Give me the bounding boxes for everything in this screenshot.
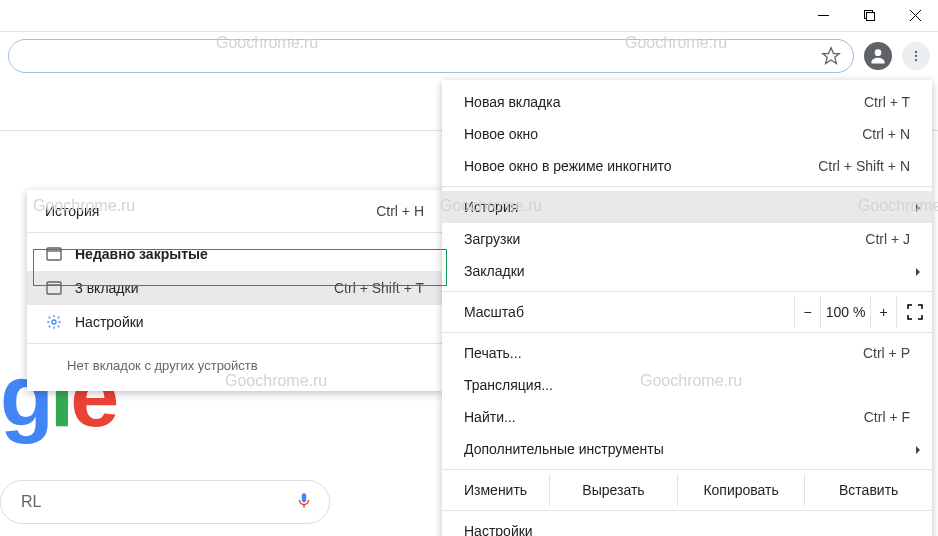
google-search-input[interactable]: RL: [0, 480, 330, 524]
menu-history[interactable]: История: [442, 191, 932, 223]
history-submenu: История Ctrl + H Недавно закрытые 3 вкла…: [27, 190, 442, 391]
edit-cut-button[interactable]: Вырезать: [549, 474, 677, 506]
svg-rect-15: [47, 248, 61, 260]
svg-rect-17: [47, 282, 61, 294]
svg-point-9: [915, 55, 917, 57]
menu-shortcut: Ctrl + N: [862, 126, 910, 142]
chrome-main-menu: Новая вкладка Ctrl + T Новое окно Ctrl +…: [442, 80, 932, 536]
menu-separator: [442, 291, 932, 292]
search-placeholder: RL: [21, 493, 41, 511]
menu-separator: [27, 232, 442, 233]
window-frame-icon: [45, 245, 63, 263]
chrome-menu-button[interactable]: [902, 42, 930, 70]
recently-closed-item[interactable]: 3 вкладки Ctrl + Shift + T: [27, 271, 442, 305]
menu-zoom-row: Масштаб − 100 % +: [442, 296, 932, 328]
svg-marker-6: [823, 48, 840, 64]
menu-label: История: [464, 199, 518, 215]
menu-find[interactable]: Найти... Ctrl + F: [442, 401, 932, 433]
address-bar[interactable]: [8, 39, 854, 73]
menu-shortcut: Ctrl + Shift + N: [818, 158, 910, 174]
menu-separator: [442, 510, 932, 511]
menu-shortcut: Ctrl + T: [864, 94, 910, 110]
chevron-right-icon: [914, 441, 922, 457]
menu-cast[interactable]: Трансляция...: [442, 369, 932, 401]
menu-separator: [27, 343, 442, 344]
chevron-right-icon: [914, 263, 922, 279]
menu-label: Изменить: [442, 482, 549, 498]
window-close-button[interactable]: [892, 0, 938, 32]
menu-more-tools[interactable]: Дополнительные инструменты: [442, 433, 932, 465]
menu-settings[interactable]: Настройки: [442, 515, 932, 536]
history-open-full[interactable]: История Ctrl + H: [27, 194, 442, 228]
svg-marker-12: [916, 268, 920, 276]
menu-label: Найти...: [464, 409, 516, 425]
menu-shortcut: Ctrl + H: [376, 203, 424, 219]
menu-new-window[interactable]: Новое окно Ctrl + N: [442, 118, 932, 150]
menu-label: Печать...: [464, 345, 522, 361]
menu-separator: [442, 332, 932, 333]
gear-icon: [45, 313, 63, 331]
menu-print[interactable]: Печать... Ctrl + P: [442, 337, 932, 369]
menu-shortcut: Ctrl + J: [865, 231, 910, 247]
menu-new-tab[interactable]: Новая вкладка Ctrl + T: [442, 86, 932, 118]
bookmark-star-icon[interactable]: [821, 46, 841, 66]
no-tabs-from-devices: Нет вкладок с других устройств: [27, 348, 442, 383]
item-shortcut: Ctrl + Shift + T: [334, 280, 424, 296]
mic-icon[interactable]: [295, 491, 313, 513]
window-minimize-button[interactable]: [800, 0, 846, 32]
tabs-icon: [45, 279, 63, 297]
item-label: Настройки: [75, 314, 424, 330]
menu-label: Новая вкладка: [464, 94, 561, 110]
menu-label: Настройки: [464, 523, 533, 536]
menu-separator: [442, 469, 932, 470]
edit-paste-button[interactable]: Вставить: [804, 474, 932, 506]
zoom-in-button[interactable]: +: [870, 296, 896, 328]
svg-point-19: [52, 320, 56, 324]
zoom-out-button[interactable]: −: [794, 296, 820, 328]
menu-label: Новое окно в режиме инкогнито: [464, 158, 672, 174]
svg-marker-11: [916, 204, 920, 212]
menu-label: История: [45, 203, 99, 219]
menu-label: Загрузки: [464, 231, 520, 247]
edit-copy-button[interactable]: Копировать: [677, 474, 805, 506]
menu-new-incognito[interactable]: Новое окно в режиме инкогнито Ctrl + Shi…: [442, 150, 932, 182]
svg-point-7: [875, 49, 882, 56]
menu-label: Новое окно: [464, 126, 538, 142]
section-label: Недавно закрытые: [75, 246, 424, 262]
menu-bookmarks[interactable]: Закладки: [442, 255, 932, 287]
browser-toolbar: [0, 32, 938, 80]
menu-label: Масштаб: [464, 304, 784, 320]
menu-shortcut: Ctrl + P: [863, 345, 910, 361]
item-label: 3 вкладки: [75, 280, 322, 296]
zoom-value: 100 %: [820, 296, 870, 328]
window-titlebar: [0, 0, 938, 32]
window-maximize-button[interactable]: [846, 0, 892, 32]
menu-shortcut: Ctrl + F: [864, 409, 910, 425]
recently-closed-heading: Недавно закрытые: [27, 237, 442, 271]
profile-avatar-button[interactable]: [864, 42, 892, 70]
fullscreen-button[interactable]: [896, 296, 932, 328]
menu-edit-row: Изменить Вырезать Копировать Вставить: [442, 474, 932, 506]
svg-marker-13: [916, 446, 920, 454]
svg-point-8: [915, 51, 917, 53]
menu-label: Дополнительные инструменты: [464, 441, 664, 457]
menu-label: Закладки: [464, 263, 525, 279]
recently-closed-item[interactable]: Настройки: [27, 305, 442, 339]
menu-downloads[interactable]: Загрузки Ctrl + J: [442, 223, 932, 255]
svg-rect-2: [866, 13, 874, 21]
chevron-right-icon: [914, 199, 922, 215]
menu-separator: [442, 186, 932, 187]
svg-point-10: [915, 59, 917, 61]
menu-label: Трансляция...: [464, 377, 553, 393]
